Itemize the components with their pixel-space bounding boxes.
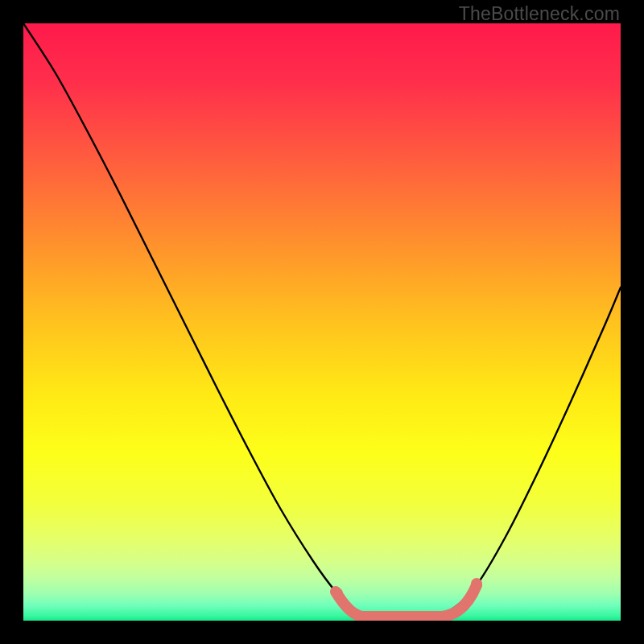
- bottleneck-curve: [23, 23, 621, 620]
- highlight-end-dot: [471, 578, 482, 589]
- plot-area: [23, 23, 621, 621]
- curve-layer: [23, 23, 621, 621]
- chart-stage: TheBottleneck.com: [0, 0, 644, 644]
- highlight-segment: [336, 585, 477, 617]
- watermark-text: TheBottleneck.com: [459, 3, 620, 25]
- highlight-dot: [332, 588, 343, 599]
